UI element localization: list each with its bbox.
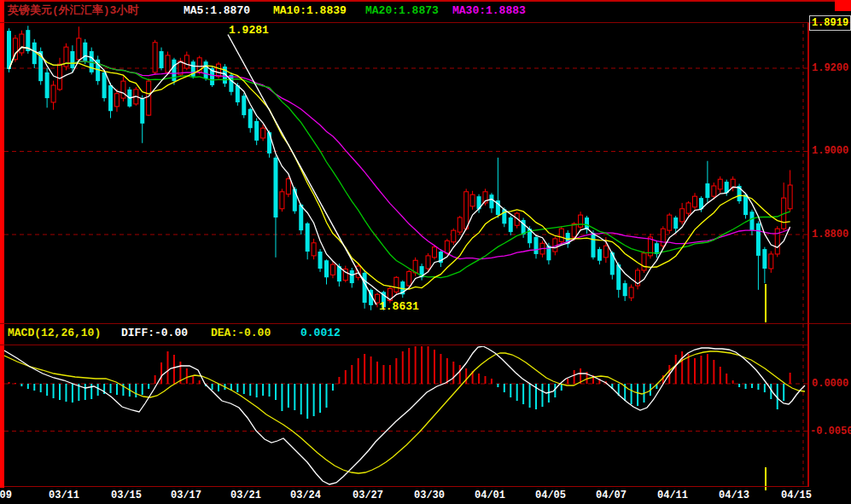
date-label-03-27: 03/27 xyxy=(349,490,387,501)
date-label-04-13: 04/13 xyxy=(715,490,753,501)
date-axis[interactable]: 03/0903/1103/1503/1703/2103/2403/2703/30… xyxy=(0,489,851,504)
macd-diff-label: DIFF:-0.00 xyxy=(121,327,188,339)
date-label-04-01: 04/01 xyxy=(471,490,509,501)
macd-label-neg50: -0.0050 xyxy=(810,426,851,437)
main-panel-bottom-border xyxy=(0,323,851,324)
macd-hist-value: 0.0012 xyxy=(300,327,341,339)
date-label-04-05: 04/05 xyxy=(532,490,569,501)
price-label-18800: 1.8800 xyxy=(812,229,848,240)
date-label-04-07: 04/07 xyxy=(592,490,630,501)
date-label-04-11: 04/11 xyxy=(654,490,691,501)
date-label-03-11: 03/11 xyxy=(45,490,83,501)
price-label-19000: 1.9000 xyxy=(812,146,848,157)
moving-average-lines xyxy=(9,47,790,299)
date-label-03-30: 03/30 xyxy=(411,490,448,501)
date-label-03-17: 03/17 xyxy=(167,490,205,501)
date-label-04-15: 04/15 xyxy=(778,490,815,501)
trend-high-annotation: 1.9281 xyxy=(229,25,269,36)
trend-low-annotation: 1.8631 xyxy=(379,301,419,312)
date-label-03-09: 03/09 xyxy=(0,490,15,501)
macd-header-separator xyxy=(0,345,808,345)
price-label-19200: 1.9200 xyxy=(812,63,848,74)
plot-right-border xyxy=(807,23,809,487)
chart-canvas[interactable] xyxy=(0,0,851,504)
date-label-03-15: 03/15 xyxy=(108,490,145,501)
macd-header-bar: MACD(12,26,10) DIFF:-0.00 DEA:-0.00 0.00… xyxy=(0,327,851,343)
date-label-03-21: 03/21 xyxy=(227,490,265,501)
macd-indicator-label[interactable]: MACD(12,26,10) xyxy=(8,327,101,339)
macd-diff-dea-lines xyxy=(4,346,805,484)
macd-label-zero: 0.0000 xyxy=(812,379,848,390)
macd-dea-label: DEA:-0.00 xyxy=(211,327,271,339)
date-label-03-24: 03/24 xyxy=(287,490,324,501)
app-window: 英镑美元(外汇汇率)3小时 MA5:1.8870 MA10:1.8839 MA2… xyxy=(0,0,851,504)
trendline[interactable] xyxy=(228,35,376,305)
macd-panel-bottom-border xyxy=(4,486,809,487)
last-price-box[interactable]: 1.8919 xyxy=(809,15,851,31)
